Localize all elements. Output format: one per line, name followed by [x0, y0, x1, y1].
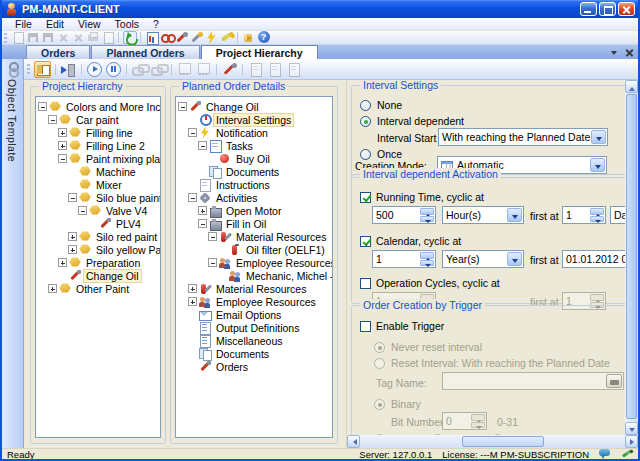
- tree-item[interactable]: Paint mixing plant: [36, 152, 160, 165]
- refresh-icon[interactable]: [123, 31, 137, 44]
- expand-icon[interactable]: [188, 297, 197, 306]
- tree-item[interactable]: Notification: [176, 126, 332, 139]
- flashlight-icon[interactable]: [220, 31, 234, 44]
- expand-icon[interactable]: [188, 284, 197, 293]
- running-time-checkbox[interactable]: [360, 192, 371, 203]
- collapse-icon[interactable]: [178, 102, 187, 111]
- wrench-icon[interactable]: [190, 31, 204, 44]
- vertical-scrollbar[interactable]: [625, 80, 638, 435]
- expand-icon[interactable]: [58, 128, 67, 137]
- running-first-spinner[interactable]: 1: [562, 206, 606, 224]
- tree-item[interactable]: Silo yellow Paint: [36, 243, 160, 256]
- new-icon[interactable]: [11, 31, 25, 44]
- tree-item[interactable]: Documents: [176, 347, 332, 360]
- tree-item[interactable]: Orders: [176, 360, 332, 373]
- tree-item[interactable]: Mixer: [36, 178, 160, 191]
- scroll-right-button[interactable]: [625, 435, 638, 448]
- chevron-down-icon[interactable]: [507, 208, 522, 222]
- tab-close-icon[interactable]: [625, 48, 634, 57]
- tree-item[interactable]: Colors and More Inc.: [36, 100, 160, 113]
- operation-cycles-checkbox[interactable]: [360, 278, 371, 289]
- tree-item[interactable]: Activities: [176, 191, 332, 204]
- collapse-icon[interactable]: [48, 115, 57, 124]
- tree-item[interactable]: PLV4: [36, 217, 160, 230]
- spinner-buttons[interactable]: [590, 208, 604, 222]
- scroll-up-button[interactable]: [625, 80, 638, 93]
- running-value-spinner[interactable]: 500: [372, 206, 436, 224]
- minimize-button[interactable]: [580, 2, 597, 16]
- goto-icon[interactable]: [60, 61, 77, 78]
- horizontal-scrollbar[interactable]: [347, 435, 638, 448]
- toolbar-grip[interactable]: [27, 64, 30, 74]
- tree-item[interactable]: Employee Resources: [176, 295, 332, 308]
- calendar-checkbox[interactable]: [360, 236, 371, 247]
- calendar-first-input[interactable]: 01.01.2012 00:59: [562, 250, 625, 268]
- document-icon[interactable]: [101, 31, 115, 44]
- collapse-icon[interactable]: [198, 219, 207, 228]
- sidebar-tab-object-template[interactable]: Object Template: [2, 59, 24, 448]
- unlink-icon[interactable]: [150, 61, 167, 78]
- horizontal-scroll-thumb[interactable]: [462, 436, 544, 447]
- collapse-icon[interactable]: [68, 193, 77, 202]
- tree-item[interactable]: Car paint: [36, 113, 160, 126]
- pause-icon[interactable]: [105, 61, 122, 78]
- tree-item[interactable]: Employee Resources: [176, 256, 332, 269]
- tree-item[interactable]: Instructions: [176, 178, 332, 191]
- lightning-icon[interactable]: [205, 31, 219, 44]
- tools-icon[interactable]: [175, 31, 189, 44]
- expand-icon[interactable]: [58, 141, 67, 150]
- tree-item[interactable]: Other Paint: [36, 282, 160, 295]
- expand-icon[interactable]: [198, 206, 207, 215]
- radio-interval-dependent[interactable]: [360, 116, 371, 127]
- print-icon[interactable]: [86, 31, 100, 44]
- tree-item[interactable]: Change Oil: [36, 269, 160, 282]
- enable-trigger-checkbox[interactable]: [360, 321, 371, 332]
- tab-orders[interactable]: Orders: [26, 45, 90, 59]
- tree-item[interactable]: Material Resources: [176, 282, 332, 295]
- collapse-icon[interactable]: [58, 154, 67, 163]
- restore-button[interactable]: [599, 2, 616, 16]
- calendar-unit-select[interactable]: Year(s): [442, 250, 524, 268]
- expand-icon[interactable]: [68, 232, 77, 241]
- tree-item[interactable]: Filling line: [36, 126, 160, 139]
- collapse-icon[interactable]: [38, 102, 47, 111]
- tree-item[interactable]: Fill in Oil: [176, 217, 332, 230]
- tree-item[interactable]: Documents: [176, 165, 332, 178]
- tree-item[interactable]: Filling Line 2: [36, 139, 160, 152]
- find-icon[interactable]: [160, 31, 174, 44]
- collapse-icon[interactable]: [208, 258, 217, 267]
- collapse-icon[interactable]: [208, 232, 217, 241]
- tree-item[interactable]: Miscellaneous: [176, 334, 332, 347]
- chevron-down-icon[interactable]: [590, 158, 605, 172]
- chart-icon[interactable]: [145, 31, 159, 44]
- menu-file[interactable]: File: [8, 18, 39, 30]
- tree-item[interactable]: Oil filter (OELF1): [176, 243, 332, 256]
- tree-item[interactable]: Buy Oil: [176, 152, 332, 165]
- menu-tools[interactable]: Tools: [108, 18, 147, 30]
- collapse-icon[interactable]: [78, 206, 87, 215]
- vertical-scroll-thumb[interactable]: [626, 94, 637, 419]
- menu-help[interactable]: ?: [146, 18, 166, 30]
- running-unit-select[interactable]: Hour(s): [442, 206, 524, 224]
- link-icon[interactable]: [131, 61, 148, 78]
- occ-grid-icon[interactable]: [176, 61, 193, 78]
- chevron-down-icon[interactable]: [591, 130, 606, 144]
- scroll-left-button[interactable]: [347, 435, 360, 448]
- toolbar-grip[interactable]: [4, 33, 7, 43]
- tree-item[interactable]: Tasks: [176, 139, 332, 152]
- collapse-icon[interactable]: [188, 128, 197, 137]
- tree-item[interactable]: Material Resources: [176, 230, 332, 243]
- tree-item[interactable]: Silo red paint: [36, 230, 160, 243]
- running-first-unit-select[interactable]: Day(s): [610, 206, 625, 224]
- radio-none[interactable]: [360, 100, 371, 111]
- tree-item[interactable]: Machine: [36, 165, 160, 178]
- tree-item[interactable]: Open Motor: [176, 204, 332, 217]
- collapse-icon[interactable]: [188, 193, 197, 202]
- tree-item[interactable]: Email Options: [176, 308, 332, 321]
- start-icon[interactable]: [86, 61, 103, 78]
- expand-icon[interactable]: [48, 284, 57, 293]
- expand-icon[interactable]: [68, 245, 77, 254]
- menu-view[interactable]: View: [71, 18, 108, 30]
- panel-toggle-icon[interactable]: [34, 61, 51, 78]
- tree-item[interactable]: Valve V4: [36, 204, 160, 217]
